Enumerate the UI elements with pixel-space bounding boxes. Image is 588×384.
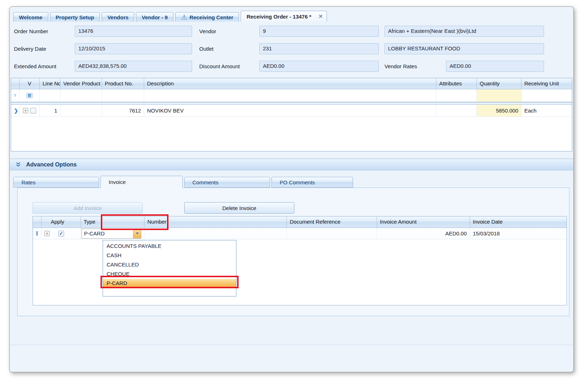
row-description-cell[interactable]: NOVIKOV BEV <box>144 105 436 116</box>
expand-plus-icon[interactable]: + <box>23 108 28 113</box>
column-header-receiving-unit[interactable]: Receiving Unit <box>521 78 572 89</box>
order-number-field[interactable]: 13476 <box>75 26 192 37</box>
outlet-label: Outlet <box>199 46 259 52</box>
tab-receiving-order-active[interactable]: Receiving Order - 13476 * ✕ <box>241 11 327 22</box>
column-header-quantity[interactable]: Quantity <box>477 78 521 89</box>
filter-line-no-cell[interactable] <box>40 89 60 102</box>
dropdown-option-cancelled[interactable]: CANCELLED <box>103 260 236 270</box>
row-product-no-cell[interactable]: 7612 <box>102 105 144 116</box>
add-invoice-button[interactable]: Add Invoice <box>33 202 143 214</box>
column-header-v[interactable]: V <box>20 78 40 89</box>
invoice-date-cell[interactable]: 15/03/2018 <box>470 228 567 239</box>
column-header-attributes[interactable]: Attributes <box>436 78 477 89</box>
vendor-label: Vendor <box>199 28 259 34</box>
tab-vendors-label: Vendors <box>107 14 128 20</box>
tab-bar: Welcome Property Setup Vendors Vendor - … <box>10 7 573 22</box>
advanced-options-header[interactable]: Advanced Options <box>10 159 573 170</box>
dropdown-arrow-icon <box>136 233 139 234</box>
tab-vendor-9[interactable]: Vendor - 9 <box>136 12 173 22</box>
discount-amount-field[interactable]: AED0.00 <box>259 61 379 72</box>
column-header-line-no[interactable]: Line No. <box>40 78 60 89</box>
column-header-vendor-product[interactable]: Vendor Product # <box>60 78 102 89</box>
row-vendor-product-cell[interactable] <box>60 105 102 116</box>
subtab-rates[interactable]: Rates <box>13 177 99 188</box>
row-line-no-cell[interactable]: 1 <box>40 105 60 116</box>
order-header-form: Order Number 13476 Vendor 9 African + Ea… <box>10 22 573 72</box>
filter-quantity-cell[interactable] <box>477 89 521 102</box>
vendor-name-field[interactable]: African + Eastern(Near East )(bvi)Ltd <box>384 26 544 37</box>
column-header-number[interactable]: Number <box>144 216 287 228</box>
tab-vendors[interactable]: Vendors <box>102 12 134 22</box>
invoice-expand-plus-icon[interactable]: + <box>44 231 50 236</box>
extended-amount-field[interactable]: AED432,838,575.00 <box>75 61 192 72</box>
column-header-description[interactable]: Description <box>144 78 436 89</box>
tab-property-setup[interactable]: Property Setup <box>50 12 100 22</box>
dropdown-option-accounts-payable[interactable]: ACCOUNTS PAYABLE <box>103 242 236 251</box>
row-attributes-cell[interactable] <box>436 105 477 116</box>
screen: Welcome Property Setup Vendors Vendor - … <box>0 0 588 384</box>
type-dropdown-list: ACCOUNTS PAYABLE CASH CANCELLED CHEQUE P… <box>103 240 236 296</box>
filter-receiving-unit-cell[interactable] <box>521 89 572 102</box>
subtab-invoice[interactable]: Invoice <box>101 176 183 188</box>
order-number-label: Order Number <box>14 28 75 34</box>
subtab-po-comments[interactable]: PO Comments <box>271 177 353 188</box>
filter-product-no-cell[interactable] <box>102 89 144 102</box>
invoice-amount-cell[interactable]: AED0.00 <box>377 228 470 239</box>
filter-attributes-cell[interactable] <box>436 89 477 102</box>
vendor-field[interactable]: 9 <box>259 26 379 37</box>
advanced-subtabs: Rates Invoice Comments PO Comments <box>13 175 573 188</box>
outlet-field[interactable]: 231 <box>259 43 379 54</box>
invoice-type-cell[interactable]: P-CARD <box>81 228 144 239</box>
v-checkbox-unchecked[interactable] <box>30 108 36 114</box>
header-indicator-cell <box>11 78 20 89</box>
row-quantity-cell[interactable]: 5850.000 <box>477 105 521 116</box>
vendor-rates-label: Vendor Rates <box>384 63 446 69</box>
row-indicator-cell: ❯ <box>11 105 20 116</box>
outlet-name-field[interactable]: LOBBY RESTAURANT FOOD <box>384 43 544 54</box>
advanced-options-title: Advanced Options <box>26 161 77 168</box>
line-item-row[interactable]: ❯ + 1 7612 NOVIKOV BEV 5850.000 Each <box>11 105 572 117</box>
line-items-grid: V Line No. Vendor Product # Product No. … <box>11 78 572 151</box>
tab-close-icon[interactable]: ✕ <box>318 13 323 20</box>
tab-welcome[interactable]: Welcome <box>13 12 48 22</box>
form-row-2: Delivery Date 12/10/2015 Outlet 231 LOBB… <box>14 43 573 54</box>
column-header-invoice-amount[interactable]: Invoice Amount <box>377 216 470 228</box>
delivery-date-label: Delivery Date <box>14 46 75 52</box>
column-header-invoice-date[interactable]: Invoice Date <box>470 216 567 228</box>
row-receiving-unit-cell[interactable]: Each <box>521 105 572 116</box>
invoice-row[interactable]: I + ✓ P-CARD AED0.00 15/ <box>33 228 567 239</box>
chevron-double-down-icon[interactable] <box>15 162 21 168</box>
type-combo-value[interactable]: P-CARD <box>82 230 133 236</box>
invoice-grid: Apply Type Number Document Reference Inv… <box>33 216 567 305</box>
column-header-type[interactable]: Type <box>81 216 144 228</box>
column-header-document-reference[interactable]: Document Reference <box>287 216 377 228</box>
filter-vendor-product-cell[interactable] <box>60 89 102 102</box>
invoice-document-reference-cell[interactable] <box>287 228 377 239</box>
delete-invoice-button[interactable]: Delete Invoice <box>184 202 294 214</box>
filter-v-cell[interactable] <box>20 89 40 102</box>
vendor-rates-field[interactable]: AED0.00 <box>446 61 544 72</box>
combo-dropdown-button[interactable] <box>133 229 141 238</box>
invoice-panel: Add Invoice Delete Invoice Apply Type Nu… <box>17 188 569 316</box>
row-v-cell[interactable]: + <box>20 105 40 116</box>
column-header-apply[interactable]: Apply <box>41 216 81 228</box>
dropdown-option-cheque[interactable]: CHEQUE <box>103 270 236 279</box>
invoice-apply-cell[interactable]: + ✓ <box>41 228 81 239</box>
filter-funnel-icon[interactable] <box>14 93 16 98</box>
tab-property-setup-label: Property Setup <box>56 14 94 20</box>
line-items-header-row: V Line No. Vendor Product # Product No. … <box>11 78 572 89</box>
column-header-product-no[interactable]: Product No. <box>102 78 144 89</box>
filter-description-cell[interactable] <box>144 89 436 102</box>
apply-checkbox-checked[interactable]: ✓ <box>58 231 64 236</box>
delivery-date-field[interactable]: 12/10/2015 <box>75 43 192 54</box>
dropdown-option-cash[interactable]: CASH <box>103 251 236 260</box>
type-combo[interactable]: P-CARD <box>82 229 141 239</box>
subtab-comments[interactable]: Comments <box>184 177 270 188</box>
tab-welcome-label: Welcome <box>19 14 43 20</box>
form-row-3: Extended Amount AED432,838,575.00 Discou… <box>14 60 573 72</box>
tab-receiving-center[interactable]: Receiving Center <box>175 12 239 22</box>
invoice-number-cell[interactable] <box>144 228 287 239</box>
receiving-download-icon <box>181 14 187 20</box>
dropdown-option-p-card-highlighted[interactable]: P-CARD <box>103 279 236 288</box>
app-window: Welcome Property Setup Vendors Vendor - … <box>9 6 574 372</box>
